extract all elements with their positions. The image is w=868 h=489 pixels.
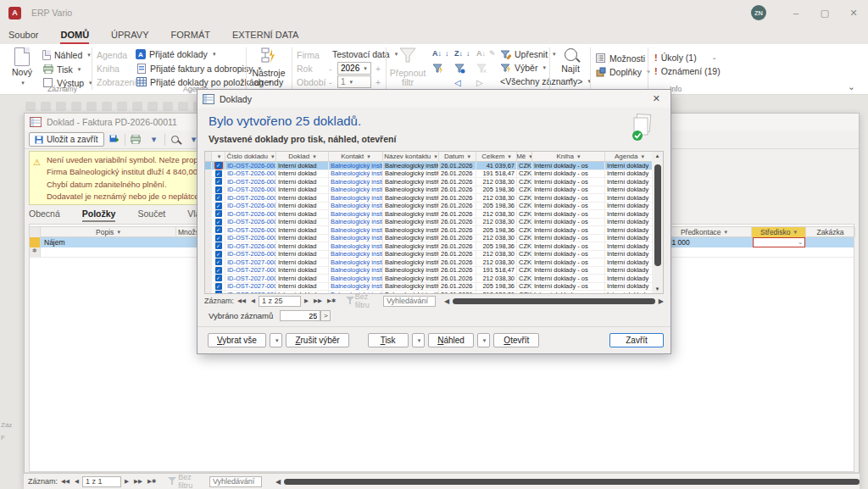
row-checkbox[interactable]: ✓	[212, 291, 225, 294]
column-header[interactable]: Agenda▾	[605, 152, 654, 161]
sort-ascending-button[interactable]: A↓↓	[432, 49, 449, 58]
table-row[interactable]: ✓ID-OST-2026-00065Interní dokladBalneolo…	[205, 251, 653, 259]
next-record-icon[interactable]: ▶	[123, 478, 131, 485]
column-header[interactable]: Kontakt▾	[329, 152, 383, 161]
toolbar-icon[interactable]	[25, 102, 36, 111]
row-checkbox[interactable]: ✓	[212, 251, 225, 258]
filter-selection-button[interactable]	[432, 64, 443, 74]
table-row[interactable]: ✓ID-OST-2026-00062Interní dokladBalneolo…	[205, 226, 653, 235]
rok-minus-button[interactable]: -	[329, 64, 332, 74]
scroll-left-icon[interactable]: ◀	[274, 478, 282, 486]
row-checkbox[interactable]: ✓	[212, 186, 225, 194]
row-selector[interactable]	[205, 194, 212, 202]
select-all-button[interactable]: Vybrat vše	[208, 333, 266, 347]
row-selector[interactable]	[205, 186, 212, 194]
tasks-dropdown[interactable]: ! Úkoly (1) ⌄	[654, 53, 717, 63]
table-row[interactable]: ✓ID-OST-2026-00061Interní dokladBalneolo…	[205, 219, 653, 227]
row-checkbox[interactable]: ✓	[212, 178, 225, 186]
filter-funnel-icon[interactable]	[168, 477, 176, 486]
find-button[interactable]: Najít▾	[555, 48, 586, 82]
row-selector[interactable]	[205, 258, 212, 266]
row-selector[interactable]	[205, 203, 212, 210]
column-header[interactable]: Název kontaktu▾	[383, 152, 439, 161]
clear-selection-button[interactable]: Zrušit výběr	[286, 333, 348, 347]
search-input[interactable]	[209, 476, 262, 487]
toolbar-icon[interactable]	[132, 102, 142, 111]
firma-dropdown[interactable]: Testovací data▾	[332, 49, 398, 59]
row-checkbox[interactable]: ✓	[212, 226, 225, 234]
scroll-up-icon[interactable]: ▲	[652, 153, 663, 158]
table-row[interactable]: ✓ID-OST-2026-00056Interní dokladBalneolo…	[205, 178, 653, 186]
column-header[interactable]: Číslo dokladu▾	[225, 152, 276, 161]
rok-plus-button[interactable]: +	[376, 64, 381, 74]
previous-record-icon[interactable]: ◀	[73, 478, 81, 485]
table-row[interactable]: ✓ID-OST-2026-00054Interní dokladBalneolo…	[205, 162, 653, 170]
table-row[interactable]: ✓ID-OST-2026-00063Interní dokladBalneolo…	[205, 235, 653, 243]
preview-button[interactable]: Náhled▾	[42, 50, 91, 60]
column-header[interactable]: Celkem▾	[476, 152, 517, 161]
row-checkbox[interactable]: ✓	[212, 235, 225, 242]
remove-filter-button[interactable]	[476, 64, 487, 74]
save-and-close-button[interactable]: Uložit a zavřít	[29, 132, 104, 147]
select-all-dropdown-icon[interactable]: ▾	[270, 333, 283, 347]
row-checkbox[interactable]: ✓	[212, 194, 225, 202]
toolbar-icon[interactable]	[56, 102, 66, 111]
row-selector[interactable]	[205, 275, 212, 282]
print-dropdown-icon[interactable]: ▾	[147, 133, 161, 147]
filter-toggle-small-button[interactable]	[454, 64, 465, 74]
preview-dropdown-icon[interactable]: ▾	[477, 333, 491, 347]
table-row[interactable]: ✓ID-OST-2027-00018Interní dokladBalneolo…	[205, 267, 653, 275]
first-record-icon[interactable]: ◀◀	[236, 297, 248, 304]
notifications-button[interactable]: ! Oznámení (19)	[654, 66, 721, 76]
toolbar-icon[interactable]	[71, 102, 81, 111]
print-button[interactable]: Tisk▾	[42, 64, 81, 75]
row-checkbox[interactable]: ✓	[212, 219, 225, 226]
toolbar-icon[interactable]	[86, 102, 97, 111]
table-row[interactable]: ✓ID-OST-2027-00019Interní dokladBalneolo…	[205, 275, 653, 283]
search-input[interactable]	[383, 296, 436, 307]
toolbar-icon[interactable]	[117, 102, 127, 111]
row-selector[interactable]	[205, 283, 212, 291]
vertical-scrollbar[interactable]: ▲ ▼	[652, 151, 664, 294]
sort-descending-button[interactable]: Z↓↓	[454, 49, 470, 58]
row-checkbox[interactable]: ✓	[212, 203, 225, 210]
tab-obecna[interactable]: Obecná	[29, 208, 60, 222]
table-row[interactable]: ✓ID-OST-2026-00060Interní dokladBalneolo…	[205, 210, 653, 219]
row-checkbox[interactable]: ✓	[212, 258, 225, 266]
row-selector[interactable]	[205, 219, 212, 226]
scroll-down-icon[interactable]: ▼	[652, 286, 663, 292]
options-button[interactable]: Možnosti	[595, 53, 645, 64]
first-record-icon[interactable]: ◀◀	[59, 478, 71, 485]
menu-domu[interactable]: DOMŮ	[60, 30, 89, 44]
row-selector[interactable]	[205, 170, 212, 178]
row-selector[interactable]	[205, 267, 212, 275]
row-selector[interactable]	[205, 210, 212, 218]
row-selector[interactable]	[205, 251, 212, 258]
table-row[interactable]: ✓ID-OST-2026-00057Interní dokladBalneolo…	[205, 186, 653, 195]
tab-soucet[interactable]: Součet	[137, 208, 165, 222]
rok-select[interactable]: 2026▾	[337, 62, 371, 75]
table-row[interactable]: ✓ID-OST-2026-00058Interní dokladBalneolo…	[205, 194, 653, 203]
last-record-icon[interactable]: ▶▶	[132, 478, 144, 485]
close-dialog-button[interactable]: Zavřít	[609, 333, 664, 347]
row-selector[interactable]	[205, 178, 212, 186]
new-record-icon[interactable]: ▶✱	[326, 297, 337, 304]
row-checkbox[interactable]: ✓	[212, 283, 225, 291]
obdobi-plus-button[interactable]: +	[376, 77, 381, 87]
row-checkbox[interactable]: ✓	[212, 267, 225, 275]
selected-count-input[interactable]	[280, 310, 320, 321]
table-row[interactable]: ✓ID-OST-2026-00055Interní dokladBalneolo…	[205, 170, 653, 179]
new-button[interactable]: Nový▾	[7, 47, 37, 86]
next-record-icon[interactable]: ▶	[303, 297, 310, 304]
dialog-close-icon[interactable]: ✕	[648, 92, 665, 106]
clear-sort-button[interactable]: A↓✎	[476, 49, 496, 58]
toggle-filter-button[interactable]: Přepnout filtr	[389, 47, 426, 88]
agenda-tools-button[interactable]: Nástroje agendy	[249, 47, 288, 88]
row-selector[interactable]	[205, 291, 212, 294]
user-avatar[interactable]: ZN	[751, 5, 766, 20]
stredisko-header[interactable]: Středisko▾	[752, 227, 806, 237]
obdobi-minus-button[interactable]: -	[329, 77, 332, 87]
addins-dropdown[interactable]: Doplňky▾	[595, 66, 649, 77]
column-header[interactable]: Doklad▾	[276, 152, 329, 161]
row-checkbox[interactable]: ✓	[212, 162, 225, 169]
